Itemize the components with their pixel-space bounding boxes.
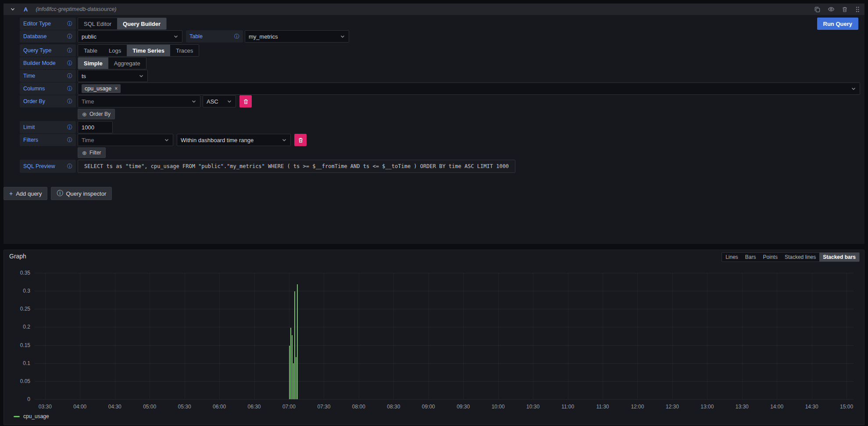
bar-cpu_usage[interactable] (297, 284, 298, 399)
editor-type-option-query-builder[interactable]: Query Builder (117, 18, 166, 29)
trash-icon (298, 137, 304, 143)
viz-mode-bars[interactable]: Bars (742, 253, 760, 261)
query-type-option-logs[interactable]: Logs (103, 45, 127, 56)
chevron-down-icon (851, 86, 856, 91)
y-gridline (35, 309, 854, 309)
x-gridline (812, 273, 812, 399)
builder-mode-option-aggregate[interactable]: Aggregate (108, 57, 146, 69)
info-icon[interactable]: ⓘ (67, 98, 72, 105)
query-editor-card: A (info8fcc-greptimedb-datasource) Edito… (4, 4, 864, 244)
datasource-name: (info8fcc-greptimedb-datasource) (36, 6, 116, 12)
y-tick-label: 0.2 (4, 324, 30, 330)
drag-handle-icon[interactable] (855, 6, 860, 13)
add-order-by-button[interactable]: ⊕ Order By (78, 109, 115, 119)
viz-mode-stacked-lines[interactable]: Stacked lines (781, 253, 819, 261)
query-type-option-table[interactable]: Table (78, 45, 103, 56)
x-tick-label: 05:30 (171, 404, 199, 410)
x-gridline (777, 273, 777, 399)
x-gridline (463, 273, 464, 399)
info-icon[interactable]: ⓘ (67, 163, 72, 170)
x-tick-label: 09:00 (414, 404, 443, 410)
query-type-option-time-series[interactable]: Time Series (127, 45, 170, 56)
duplicate-query-icon[interactable] (814, 6, 821, 13)
info-icon[interactable]: ⓘ (67, 20, 72, 28)
graph-panel: Graph Lines Bars Points Stacked lines St… (4, 250, 864, 425)
x-tick-label: 14:00 (763, 404, 791, 410)
x-tick-label: 08:00 (345, 404, 373, 410)
y-gridline (35, 345, 854, 346)
x-gridline (707, 273, 707, 399)
limit-input[interactable]: 1000 (78, 121, 113, 133)
run-query-button[interactable]: Run Query (817, 18, 858, 30)
x-tick-label: 05:00 (136, 404, 164, 410)
y-tick-label: 0.05 (4, 378, 30, 384)
chevron-down-icon (340, 34, 345, 39)
editor-type-option-sql-editor[interactable]: SQL Editor (78, 18, 117, 29)
x-tick-label: 07:00 (275, 404, 303, 410)
x-tick-label: 15:00 (832, 404, 861, 410)
query-row-header[interactable]: A (info8fcc-greptimedb-datasource) (4, 4, 864, 15)
chevron-down-icon (164, 137, 169, 143)
add-filter-button[interactable]: ⊕ Filter (78, 147, 106, 158)
delete-query-icon[interactable] (842, 6, 848, 13)
x-gridline (254, 273, 255, 399)
bar-cpu_usage[interactable] (293, 363, 294, 399)
columns-multiselect[interactable]: cpu_usage × (78, 82, 860, 95)
filter-field-select[interactable]: Time (78, 134, 173, 146)
add-query-button[interactable]: + Add query (4, 187, 47, 200)
query-inspector-button[interactable]: ⓘ Query inspector (51, 187, 112, 200)
x-tick-label: 13:30 (728, 404, 756, 410)
row-database: Database ⓘ public Table ⓘ my_metrics (20, 30, 861, 43)
x-tick-label: 12:00 (623, 404, 651, 410)
y-gridline (35, 363, 854, 364)
bar-cpu_usage[interactable] (289, 346, 290, 399)
y-tick-label: 0.1 (4, 360, 30, 366)
x-tick-label: 10:00 (484, 404, 512, 410)
x-gridline (847, 273, 847, 399)
viz-mode-points[interactable]: Points (760, 253, 781, 261)
x-gridline (568, 273, 568, 399)
query-type-option-traces[interactable]: Traces (170, 45, 199, 56)
builder-mode-label: Builder Mode ⓘ (20, 57, 76, 69)
x-gridline (324, 273, 324, 399)
filter-condition-select[interactable]: Within dashboard time range (177, 134, 291, 146)
sql-preview-label: SQL Preview ⓘ (20, 160, 76, 173)
trash-icon (243, 99, 249, 104)
database-select[interactable]: public (78, 30, 182, 43)
info-icon[interactable]: ⓘ (67, 60, 72, 67)
x-tick-label: 06:00 (205, 404, 233, 410)
legend-item-cpu-usage[interactable]: cpu_usage (14, 413, 49, 419)
toggle-visibility-icon[interactable] (828, 6, 835, 13)
bar-cpu_usage[interactable] (290, 328, 291, 399)
collapse-query-icon[interactable] (8, 7, 18, 12)
time-column-select[interactable]: ts (78, 70, 148, 82)
x-tick-label: 08:30 (379, 404, 407, 410)
x-tick-label: 11:30 (589, 404, 617, 410)
panel-title: Graph (9, 253, 26, 260)
x-tick-label: 03:30 (31, 404, 59, 410)
order-by-direction-select[interactable]: ASC (203, 95, 236, 107)
info-icon[interactable]: ⓘ (67, 136, 72, 144)
info-icon[interactable]: ⓘ (67, 72, 72, 80)
y-tick-label: 0 (4, 396, 30, 402)
info-icon[interactable]: ⓘ (67, 85, 72, 93)
builder-mode-option-simple[interactable]: Simple (78, 57, 108, 69)
plot-area[interactable] (35, 273, 854, 399)
info-icon[interactable]: ⓘ (234, 33, 239, 40)
info-icon[interactable]: ⓘ (67, 124, 72, 131)
order-by-field-select[interactable]: Time (78, 95, 200, 107)
remove-tag-icon[interactable]: × (114, 86, 118, 92)
remove-filter-button[interactable] (294, 134, 307, 146)
x-tick-label: 04:30 (101, 404, 129, 410)
bar-cpu_usage[interactable] (294, 291, 295, 399)
viz-mode-stacked-bars[interactable]: Stacked bars (819, 253, 859, 261)
viz-mode-lines[interactable]: Lines (722, 253, 742, 261)
remove-order-by-button[interactable] (239, 95, 252, 107)
bar-cpu_usage[interactable] (292, 335, 293, 399)
info-icon[interactable]: ⓘ (67, 33, 72, 40)
x-gridline (150, 273, 150, 399)
bar-cpu_usage[interactable] (296, 357, 296, 399)
table-select[interactable]: my_metrics (245, 30, 349, 43)
row-order-by: Order By ⓘ Time ASC (20, 95, 861, 107)
info-icon[interactable]: ⓘ (67, 47, 72, 54)
